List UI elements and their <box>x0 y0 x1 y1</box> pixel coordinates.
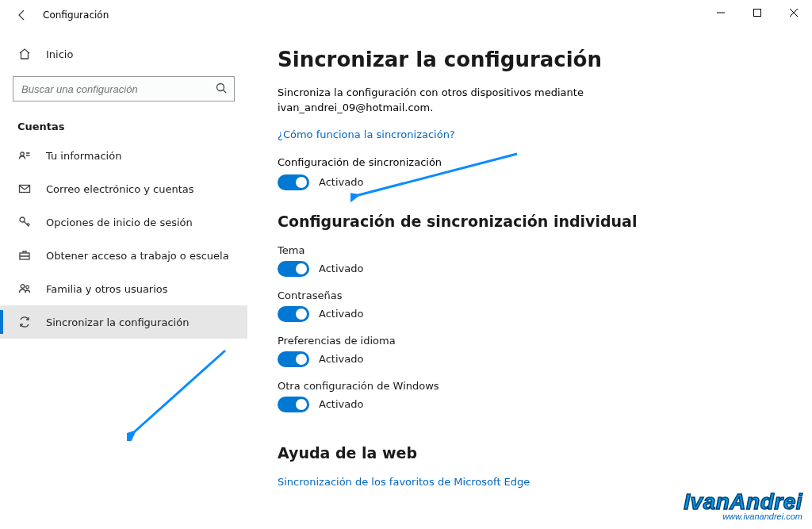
other-windows-toggle[interactable] <box>278 397 309 412</box>
arrow-left-icon <box>16 9 29 21</box>
svg-rect-0 <box>754 10 761 17</box>
sidebar-item-label: Obtener acceso a trabajo o escuela <box>46 250 229 262</box>
sidebar-item-label: Tu información <box>46 150 121 162</box>
svg-point-1 <box>217 83 224 90</box>
sidebar-item-label: Sincronizar la configuración <box>46 316 189 328</box>
master-sync-label: Configuración de sincronización <box>278 156 788 168</box>
sidebar-item-family[interactable]: Familia y otros usuarios <box>0 272 247 305</box>
theme-toggle[interactable] <box>278 261 309 277</box>
sidebar: Inicio Cuentas Tu información Correo ele… <box>0 30 247 529</box>
sidebar-item-label: Familia y otros usuarios <box>46 283 168 295</box>
setting-passwords: Contraseñas Activado <box>278 289 788 322</box>
briefcase-icon <box>17 249 32 262</box>
sidebar-item-signin-options[interactable]: Opciones de inicio de sesión <box>0 205 247 239</box>
titlebar: Configuración <box>0 0 812 30</box>
back-button[interactable] <box>13 6 32 25</box>
annotation-arrow-sidebar <box>127 346 238 441</box>
individual-sync-title: Configuración de sincronización individu… <box>278 213 788 230</box>
sync-icon <box>17 316 32 328</box>
sidebar-item-label: Correo electrónico y cuentas <box>46 183 194 195</box>
how-sync-works-link[interactable]: ¿Cómo funciona la sincronización? <box>278 128 455 140</box>
section-header: Cuentas <box>0 106 247 139</box>
home-link[interactable]: Inicio <box>0 40 247 68</box>
language-state: Activado <box>319 353 363 365</box>
minimize-icon <box>717 9 725 17</box>
web-help-title: Ayuda de la web <box>278 444 788 462</box>
mail-icon <box>17 182 32 195</box>
sidebar-item-your-info[interactable]: Tu información <box>0 139 247 172</box>
setting-language: Preferencias de idioma Activado <box>278 335 788 367</box>
setting-other-windows: Otra configuración de Windows Activado <box>278 380 788 412</box>
master-sync-state: Activado <box>319 176 363 188</box>
key-icon <box>17 216 32 228</box>
sidebar-item-work-school[interactable]: Obtener acceso a trabajo o escuela <box>0 239 247 272</box>
close-button[interactable] <box>776 0 812 25</box>
window-title: Configuración <box>43 10 109 21</box>
home-icon <box>17 48 32 60</box>
people-icon <box>17 282 32 295</box>
home-label: Inicio <box>46 48 73 60</box>
search-container <box>13 76 235 102</box>
sync-description: Sincroniza la configuración con otros di… <box>278 86 611 116</box>
svg-point-2 <box>21 152 24 155</box>
theme-state: Activado <box>319 263 363 274</box>
edge-favorites-sync-link[interactable]: Sincronización de los favoritos de Micro… <box>278 476 530 488</box>
main-panel: Sincronizar la configuración Sincroniza … <box>247 30 812 529</box>
setting-label: Tema <box>278 244 788 256</box>
svg-point-7 <box>26 286 29 289</box>
content-area: Inicio Cuentas Tu información Correo ele… <box>0 30 812 529</box>
setting-label: Preferencias de idioma <box>278 335 788 347</box>
setting-label: Contraseñas <box>278 289 788 301</box>
search-input[interactable] <box>21 83 215 95</box>
search-icon <box>215 82 228 97</box>
sidebar-item-email[interactable]: Correo electrónico y cuentas <box>0 172 247 205</box>
close-icon <box>790 9 798 17</box>
passwords-state: Activado <box>319 308 363 320</box>
window-controls <box>703 0 812 30</box>
person-card-icon <box>17 149 32 162</box>
other-windows-state: Activado <box>319 398 363 410</box>
master-sync-row: Activado <box>278 174 788 190</box>
setting-theme: Tema Activado <box>278 244 788 277</box>
svg-point-6 <box>21 285 25 289</box>
master-sync-toggle[interactable] <box>278 174 309 190</box>
passwords-toggle[interactable] <box>278 306 309 322</box>
sidebar-item-label: Opciones de inicio de sesión <box>46 217 193 228</box>
svg-line-8 <box>135 351 225 431</box>
maximize-icon <box>753 9 761 17</box>
maximize-button[interactable] <box>739 0 776 25</box>
minimize-button[interactable] <box>703 0 739 25</box>
search-box[interactable] <box>13 76 235 102</box>
language-toggle[interactable] <box>278 351 309 367</box>
setting-label: Otra configuración de Windows <box>278 380 788 392</box>
page-title: Sincronizar la configuración <box>278 48 788 71</box>
sidebar-item-sync[interactable]: Sincronizar la configuración <box>0 305 247 339</box>
